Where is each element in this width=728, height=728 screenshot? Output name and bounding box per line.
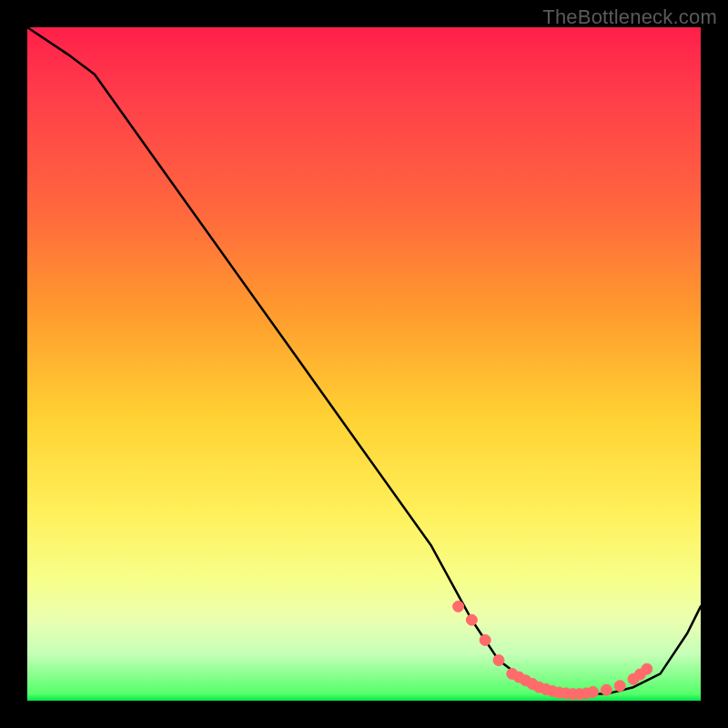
- plot-area: [27, 27, 701, 701]
- marker-point: [642, 663, 652, 674]
- bottleneck-curve-path: [27, 27, 701, 694]
- marker-point: [453, 601, 464, 612]
- marker-point: [493, 655, 504, 666]
- marker-point: [466, 614, 477, 625]
- marker-point: [480, 634, 490, 645]
- marker-point: [601, 684, 612, 695]
- marker-group: [453, 601, 652, 699]
- curve-svg: [27, 27, 701, 701]
- watermark-text: TheBottleneck.com: [542, 5, 717, 29]
- marker-point: [588, 686, 599, 697]
- marker-point: [614, 681, 625, 692]
- chart-frame: TheBottleneck.com: [0, 0, 728, 728]
